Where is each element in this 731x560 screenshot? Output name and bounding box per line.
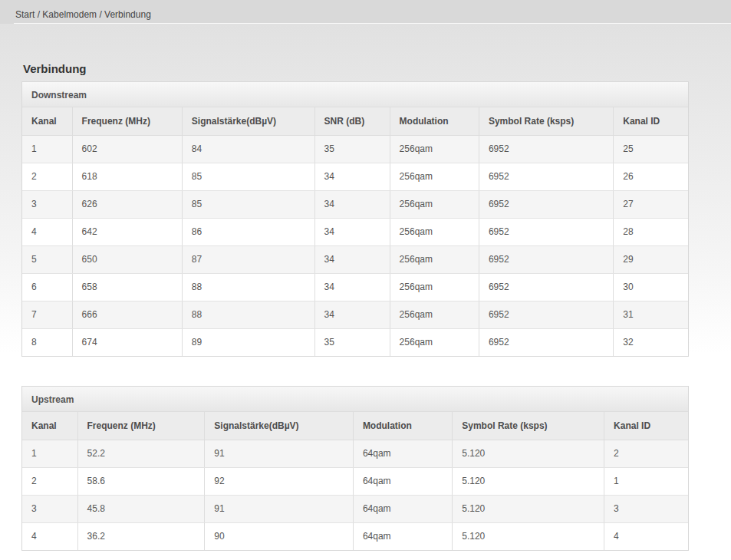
page-title: Verbindung [23,62,710,75]
table-cell: 2 [22,163,72,190]
table-row: 26188534256qam695226 [22,163,688,190]
table-cell: 90 [205,522,354,550]
downstream-section-title: Downstream [31,90,87,100]
column-header: Kanal ID [614,107,688,135]
table-cell: 64qam [353,495,452,522]
column-header: Frequenz (MHz) [72,107,182,135]
table-row: 56508734256qam695229 [22,245,688,273]
table-cell: 658 [72,273,182,301]
table-cell: 35 [314,135,390,163]
table-cell: 6952 [479,163,613,190]
table-cell: 34 [314,218,390,245]
table-cell: 26 [614,163,688,190]
table-cell: 84 [182,135,314,163]
downstream-section-header: Downstream [22,82,688,107]
table-cell: 6952 [479,218,613,245]
table-cell: 6952 [479,135,613,163]
table-cell: 6952 [479,273,613,301]
table-cell: 35 [314,328,390,356]
table-cell: 28 [614,218,688,245]
table-cell: 6952 [479,245,613,273]
table-cell: 4 [22,218,72,245]
table-cell: 36.2 [77,522,205,550]
table-cell: 87 [182,245,314,273]
breadcrumb-item-kabelmodem[interactable]: Kabelmodem [42,9,97,20]
column-header: Kanal ID [604,412,688,440]
table-cell: 30 [614,273,688,301]
table-cell: 3 [22,190,72,218]
table-cell: 1 [604,467,688,495]
table-cell: 86 [182,218,314,245]
table-cell: 27 [614,190,688,218]
header-row: KanalFrequenz (MHz)Signalstärke(dBµV)SNR… [22,107,688,135]
table-cell: 2 [22,467,77,495]
table-row: 152.29164qam5.1202 [22,440,688,467]
column-header: Signalstärke(dBµV) [182,107,314,135]
table-cell: 25 [614,135,688,163]
table-cell: 674 [72,328,182,356]
column-header: Frequenz (MHz) [77,412,205,440]
column-header: Symbol Rate (ksps) [479,107,613,135]
table-row: 436.29064qam5.1204 [22,522,688,550]
table-cell: 256qam [390,163,479,190]
table-cell: 256qam [390,135,479,163]
table-row: 66588834256qam695230 [22,273,688,301]
table-cell: 32 [614,328,688,356]
column-header: Modulation [390,107,479,135]
table-row: 345.89164qam5.1203 [22,495,688,522]
table-cell: 34 [314,245,390,273]
upstream-section-title: Upstream [31,394,74,405]
downstream-panel: Downstream KanalFrequenz (MHz)Signalstär… [21,81,689,357]
table-cell: 6952 [479,328,613,356]
table-cell: 618 [72,163,182,190]
column-header: Modulation [353,412,452,440]
page: Start / Kabelmodem / Verbindung Verbindu… [0,0,731,560]
table-cell: 3 [604,495,688,522]
column-header: Symbol Rate (ksps) [453,412,604,440]
table-cell: 666 [72,301,182,328]
table-cell: 1 [22,440,77,467]
table-cell: 6952 [479,190,613,218]
table-cell: 5.120 [453,467,604,495]
table-cell: 8 [22,328,72,356]
table-cell: 64qam [353,467,452,495]
breadcrumb: Start / Kabelmodem / Verbindung [0,0,731,24]
header-row: KanalFrequenz (MHz)Signalstärke(dBµV)Mod… [22,412,688,440]
table-cell: 6 [22,273,72,301]
breadcrumb-item-verbindung[interactable]: Verbindung [104,9,151,20]
table-cell: 88 [182,301,314,328]
table-cell: 5 [22,245,72,273]
upstream-table: KanalFrequenz (MHz)Signalstärke(dBµV)Mod… [22,412,688,550]
table-cell: 4 [22,522,77,550]
content-area: Verbindung Downstream KanalFrequenz (MHz… [0,24,731,551]
table-cell: 64qam [353,522,452,550]
table-cell: 45.8 [77,495,205,522]
breadcrumb-item-start[interactable]: Start [15,9,35,20]
table-cell: 34 [314,190,390,218]
table-cell: 29 [614,245,688,273]
table-row: 86748935256qam695232 [22,328,688,356]
table-cell: 256qam [390,273,479,301]
table-cell: 85 [182,163,314,190]
table-cell: 31 [614,301,688,328]
table-row: 36268534256qam695227 [22,190,688,218]
column-header: Signalstärke(dBµV) [205,412,354,440]
table-cell: 91 [205,495,354,522]
panel-spacer [21,357,710,386]
table-cell: 256qam [390,301,479,328]
table-row: 258.69264qam5.1201 [22,467,688,495]
table-cell: 34 [314,301,390,328]
table-row: 76668834256qam695231 [22,301,688,328]
table-cell: 88 [182,273,314,301]
table-cell: 91 [205,440,354,467]
table-cell: 5.120 [453,522,604,550]
breadcrumb-separator: / [35,9,42,20]
table-cell: 256qam [390,190,479,218]
table-cell: 92 [205,467,354,495]
table-cell: 64qam [353,440,452,467]
table-cell: 85 [182,190,314,218]
upstream-section-header: Upstream [22,387,688,412]
column-header: Kanal [22,412,77,440]
table-row: 16028435256qam695225 [22,135,688,163]
table-cell: 52.2 [77,440,205,467]
